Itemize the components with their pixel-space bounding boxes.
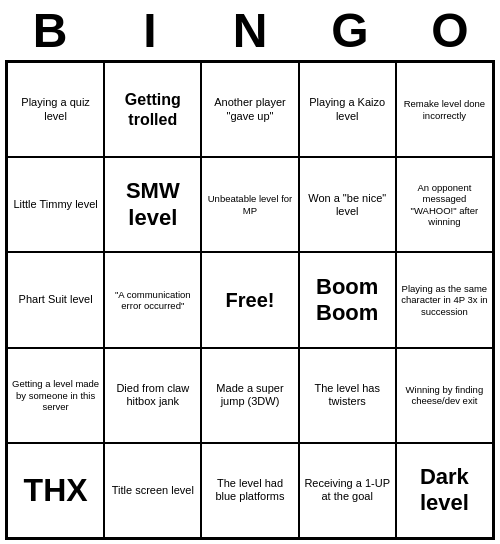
bingo-grid: Playing a quiz levelGetting trolledAnoth… bbox=[5, 60, 495, 540]
bingo-cell-5[interactable]: Little Timmy level bbox=[7, 157, 104, 252]
bingo-cell-4[interactable]: Remake level done incorrectly bbox=[396, 62, 493, 157]
bingo-cell-6[interactable]: SMW level bbox=[104, 157, 201, 252]
bingo-cell-24[interactable]: Dark level bbox=[396, 443, 493, 538]
bingo-cell-18[interactable]: The level has twisters bbox=[299, 348, 396, 443]
letter-b: B bbox=[0, 3, 100, 58]
bingo-cell-15[interactable]: Getting a level made by someone in this … bbox=[7, 348, 104, 443]
bingo-cell-11[interactable]: "A communication error occurred" bbox=[104, 252, 201, 347]
bingo-cell-16[interactable]: Died from claw hitbox jank bbox=[104, 348, 201, 443]
bingo-cell-19[interactable]: Winning by finding cheese/dev exit bbox=[396, 348, 493, 443]
bingo-cell-13[interactable]: Boom Boom bbox=[299, 252, 396, 347]
bingo-cell-7[interactable]: Unbeatable level for MP bbox=[201, 157, 298, 252]
bingo-cell-1[interactable]: Getting trolled bbox=[104, 62, 201, 157]
letter-o: O bbox=[400, 3, 500, 58]
bingo-cell-9[interactable]: An opponent messaged "WAHOO!" after winn… bbox=[396, 157, 493, 252]
bingo-cell-8[interactable]: Won a "be nice" level bbox=[299, 157, 396, 252]
bingo-cell-12[interactable]: Free! bbox=[201, 252, 298, 347]
bingo-cell-21[interactable]: Title screen level bbox=[104, 443, 201, 538]
bingo-cell-22[interactable]: The level had blue platforms bbox=[201, 443, 298, 538]
bingo-cell-3[interactable]: Playing a Kaizo level bbox=[299, 62, 396, 157]
bingo-cell-23[interactable]: Receiving a 1-UP at the goal bbox=[299, 443, 396, 538]
letter-i: I bbox=[100, 3, 200, 58]
bingo-cell-17[interactable]: Made a super jump (3DW) bbox=[201, 348, 298, 443]
letter-g: G bbox=[300, 3, 400, 58]
bingo-header: B I N G O bbox=[0, 0, 500, 60]
bingo-cell-0[interactable]: Playing a quiz level bbox=[7, 62, 104, 157]
letter-n: N bbox=[200, 3, 300, 58]
bingo-cell-10[interactable]: Phart Suit level bbox=[7, 252, 104, 347]
bingo-cell-14[interactable]: Playing as the same character in 4P 3x i… bbox=[396, 252, 493, 347]
bingo-cell-2[interactable]: Another player "gave up" bbox=[201, 62, 298, 157]
bingo-cell-20[interactable]: THX bbox=[7, 443, 104, 538]
